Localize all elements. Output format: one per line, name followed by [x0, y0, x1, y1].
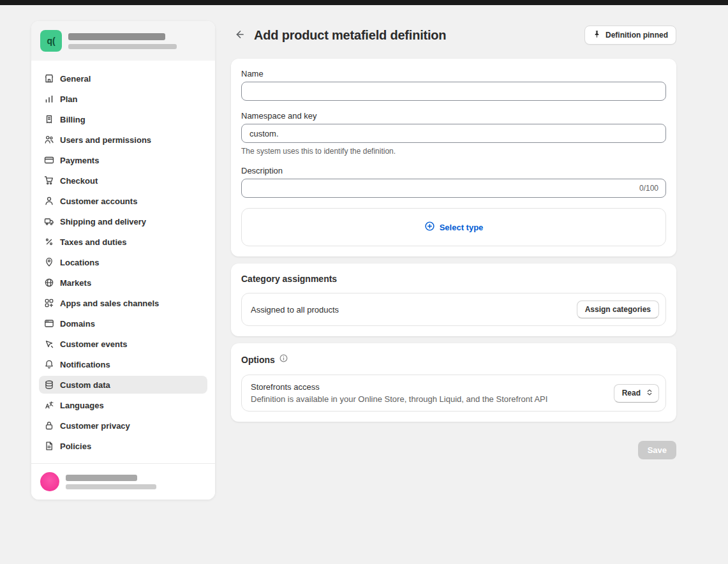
sidebar-item-label: Policies — [60, 442, 91, 451]
name-label: Name — [241, 69, 666, 78]
sidebar-item-customer-events[interactable]: Customer events — [39, 335, 207, 353]
category-assignments-title: Category assignments — [241, 274, 337, 284]
save-row: Save — [231, 441, 676, 459]
sidebar-item-label: Markets — [60, 278, 91, 288]
name-input[interactable] — [241, 82, 666, 101]
apps-grid-icon — [44, 298, 54, 308]
page-title: Add product metafield definition — [254, 28, 446, 43]
select-type-box: Select type — [241, 208, 666, 246]
back-arrow-icon — [234, 29, 246, 42]
sidebar-item-label: Users and permissions — [60, 135, 151, 145]
sidebar-item-shipping-and-delivery[interactable]: Shipping and delivery — [39, 212, 207, 230]
sidebar-item-label: Taxes and duties — [60, 237, 127, 247]
options-card: Options Storefronts access Definition is… — [231, 343, 676, 422]
description-input[interactable] — [241, 179, 666, 198]
sidebar-item-label: Customer events — [60, 339, 127, 349]
store-header: q( — [31, 21, 215, 61]
sidebar-item-label: Locations — [60, 258, 99, 267]
sidebar-item-label: Billing — [60, 115, 85, 124]
sidebar-item-label: Apps and sales channels — [60, 299, 159, 308]
sidebar-item-customer-accounts[interactable]: Customer accounts — [39, 192, 207, 210]
sidebar-item-label: Custom data — [60, 380, 110, 390]
sidebar-user-section[interactable] — [31, 463, 215, 500]
sidebar-item-general[interactable]: General — [39, 70, 207, 87]
person-icon — [44, 196, 54, 206]
browser-icon — [44, 318, 54, 329]
cursor-icon — [44, 339, 54, 349]
globe-icon — [44, 278, 54, 288]
store-email-redacted — [68, 44, 177, 49]
sidebar-item-markets[interactable]: Markets — [39, 274, 207, 292]
sidebar-item-label: Checkout — [60, 176, 98, 186]
category-assignments-card: Category assignments Assigned to all pro… — [231, 263, 676, 336]
sidebar-item-policies[interactable]: Policies — [39, 437, 207, 455]
sidebar-item-custom-data[interactable]: Custom data — [39, 376, 207, 394]
top-black-bar — [0, 0, 728, 5]
plan-icon — [44, 94, 54, 104]
storefronts-access-description: Definition is available in your Online S… — [251, 394, 547, 404]
translate-icon — [44, 400, 54, 410]
select-type-button[interactable]: Select type — [424, 221, 484, 234]
sidebar-item-label: Customer privacy — [60, 421, 130, 431]
namespace-input[interactable] — [241, 124, 666, 143]
cart-icon — [44, 175, 54, 186]
users-icon — [44, 135, 54, 145]
user-avatar — [40, 472, 59, 491]
sidebar-item-label: Shipping and delivery — [60, 217, 146, 226]
sidebar-item-label: Notifications — [60, 360, 110, 369]
user-email-redacted — [66, 484, 156, 489]
storefronts-access-box: Storefronts access Definition is availab… — [241, 375, 666, 412]
bell-icon — [44, 359, 54, 369]
sidebar-item-label: Languages — [60, 401, 104, 410]
definition-form-card: Name Namespace and key The system uses t… — [231, 59, 676, 256]
billing-icon — [44, 114, 54, 124]
store-icon — [44, 73, 54, 84]
database-icon — [44, 380, 54, 390]
info-icon[interactable] — [279, 353, 288, 366]
character-counter: 0/100 — [639, 184, 658, 193]
chevron-updown-icon — [646, 389, 653, 398]
sidebar-item-label: Customer accounts — [60, 197, 137, 206]
sidebar-item-taxes-and-duties[interactable]: Taxes and duties — [39, 233, 207, 251]
sidebar-item-customer-privacy[interactable]: Customer privacy — [39, 417, 207, 434]
pin-icon — [593, 30, 601, 40]
sidebar-item-apps-and-sales-channels[interactable]: Apps and sales channels — [39, 294, 207, 312]
storefronts-access-title: Storefronts access — [251, 382, 547, 392]
namespace-field: Namespace and key The system uses this t… — [241, 111, 666, 156]
category-assignment-box: Assigned to all products Assign categori… — [241, 293, 666, 326]
select-type-label: Select type — [440, 223, 484, 232]
lock-icon — [44, 420, 54, 431]
description-label: Description — [241, 166, 666, 175]
sidebar-item-locations[interactable]: Locations — [39, 253, 207, 271]
access-value: Read — [622, 389, 641, 397]
sidebar-item-checkout[interactable]: Checkout — [39, 172, 207, 189]
store-identity — [68, 33, 177, 49]
storefronts-access-text: Storefronts access Definition is availab… — [251, 382, 547, 404]
main-content: Add product metafield definition Definit… — [231, 26, 676, 459]
page-header: Add product metafield definition Definit… — [231, 26, 676, 45]
save-button[interactable]: Save — [638, 441, 676, 459]
sidebar-item-notifications[interactable]: Notifications — [39, 355, 207, 373]
back-button[interactable] — [231, 26, 249, 44]
definition-pinned-button[interactable]: Definition pinned — [584, 26, 676, 45]
assigned-to-text: Assigned to all products — [251, 305, 339, 315]
options-title: Options — [241, 355, 275, 365]
document-icon — [44, 441, 54, 451]
sidebar-item-plan[interactable]: Plan — [39, 90, 207, 108]
storefronts-access-select[interactable]: Read — [614, 384, 659, 403]
sidebar-item-billing[interactable]: Billing — [39, 110, 207, 128]
user-name-redacted — [66, 475, 137, 481]
sidebar-item-label: Plan — [60, 94, 77, 104]
payments-icon — [44, 155, 54, 165]
assign-categories-button[interactable]: Assign categories — [577, 301, 659, 318]
settings-nav: General Plan Billing Users and permissio… — [31, 61, 215, 455]
sidebar-item-label: Payments — [60, 156, 99, 165]
sidebar-item-languages[interactable]: Languages — [39, 396, 207, 414]
name-field: Name — [241, 69, 666, 101]
sidebar-item-users-and-permissions[interactable]: Users and permissions — [39, 131, 207, 149]
namespace-label: Namespace and key — [241, 111, 666, 121]
sidebar-item-label: Domains — [60, 319, 95, 329]
sidebar-item-domains[interactable]: Domains — [39, 315, 207, 332]
sidebar-item-payments[interactable]: Payments — [39, 151, 207, 169]
sidebar-item-label: General — [60, 74, 91, 84]
